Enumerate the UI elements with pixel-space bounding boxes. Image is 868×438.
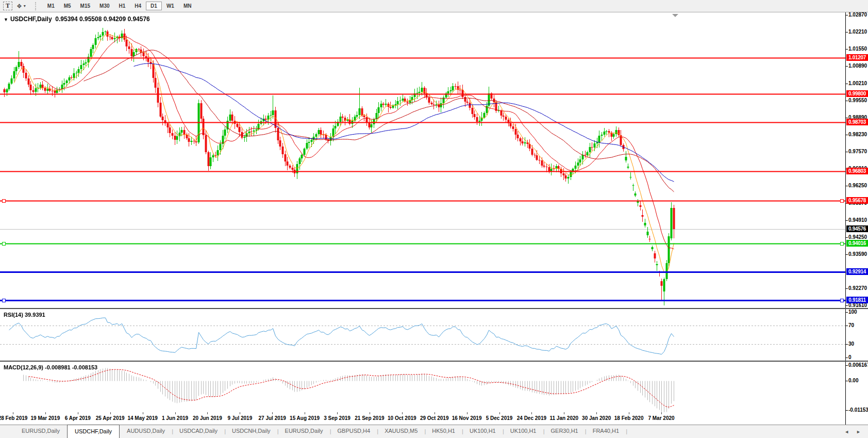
- price-tick-label: 0.97570: [848, 149, 867, 154]
- macd-axis: 0.0061670.00-0.011531: [845, 362, 868, 412]
- tick-mark: [846, 381, 848, 381]
- date-tick-label: 25 Apr 2019: [96, 415, 125, 421]
- date-tick-label: 11 Jan 2020: [549, 415, 578, 421]
- rsi-tick-label: 70: [848, 322, 854, 328]
- chevron-down-icon: ▾: [24, 4, 26, 8]
- timeframe-d1-button[interactable]: D1: [146, 2, 162, 10]
- scroll-tabs-left-icon[interactable]: ◄: [844, 429, 849, 434]
- macd-values: -0.008981 -0.008153: [45, 364, 97, 370]
- tab-scrollers: ◄ ►: [844, 425, 868, 438]
- date-tick-mark: [629, 412, 629, 414]
- chart-tab-gbpusd-h4[interactable]: GBPUSD,H4|: [330, 425, 378, 438]
- date-tick-label: 1 Jun 2019: [162, 415, 188, 421]
- rsi-canvas[interactable]: [0, 309, 845, 361]
- date-tick-label: 30 Jan 2020: [582, 415, 611, 421]
- timeframe-w1-button[interactable]: W1: [162, 2, 179, 10]
- date-tick-mark: [467, 412, 468, 414]
- date-tick-mark: [13, 412, 13, 414]
- price-level-chip: 0.96803: [846, 168, 868, 174]
- price-tick-label: 1.02870: [848, 12, 867, 18]
- date-tick-label: 20 Jun 2019: [193, 415, 222, 421]
- chart-tab-usdcnh-daily[interactable]: USDCNH,Daily|: [225, 425, 278, 438]
- timeframe-h4-button[interactable]: H4: [130, 2, 146, 10]
- macd-name: MACD(12,26,9): [4, 364, 43, 370]
- date-tick-mark: [207, 412, 208, 414]
- date-tick-label: 7 Mar 2020: [648, 415, 674, 421]
- date-tick-label: 9 Jul 2019: [227, 415, 252, 421]
- price-tick-label: 0.99550: [848, 98, 867, 103]
- timeframe-mn-button[interactable]: MN: [179, 2, 196, 10]
- date-tick-mark: [370, 412, 370, 414]
- tick-mark: [846, 305, 848, 306]
- date-tick-mark: [531, 412, 532, 414]
- date-tick-label: 14 May 2019: [127, 415, 157, 421]
- timeframe-h1-button[interactable]: H1: [114, 2, 130, 10]
- date-tick-label: 16 Nov 2019: [452, 415, 482, 421]
- date-tick-mark: [110, 412, 111, 414]
- date-tick-mark: [143, 412, 143, 414]
- price-level-chip: 0.92914: [846, 268, 868, 275]
- chart-tab-usdchf-daily[interactable]: USDCHF,Daily: [67, 425, 120, 438]
- chart-tab-ger30-h1[interactable]: GER30,H1|: [544, 425, 586, 438]
- date-tick-mark: [499, 412, 500, 414]
- date-tick-mark: [564, 412, 564, 414]
- rsi-label: RSI(14) 39.9391: [4, 312, 45, 318]
- price-level-chip: 0.91811: [846, 297, 868, 303]
- date-tick-mark: [402, 412, 403, 414]
- tick-mark: [846, 32, 848, 33]
- chart-tab-usdcad-daily[interactable]: USDCAD,Daily|: [172, 425, 225, 438]
- axis-corner-line: [845, 412, 846, 425]
- price-tick-label: 0.98230: [848, 132, 867, 137]
- date-tick-label: 19 Mar 2019: [31, 415, 60, 421]
- timeframe-m1-button[interactable]: M1: [43, 2, 59, 10]
- rsi-tick-label: 100: [848, 309, 857, 315]
- mt4-window: { "toolbar": { "text_tool_label": "T", "…: [0, 0, 868, 438]
- main-chart-canvas[interactable]: [0, 12, 845, 308]
- tick-mark: [846, 254, 848, 255]
- timeframe-m5-button[interactable]: M5: [59, 2, 76, 10]
- price-level-chip: 1.01207: [846, 54, 868, 61]
- date-tick-label: 21 Sep 2019: [355, 415, 384, 421]
- tab-separator: |: [626, 428, 627, 434]
- tick-mark: [846, 344, 848, 345]
- price-tick-label: 0.94250: [848, 234, 867, 240]
- timeframe-m30-button[interactable]: M30: [95, 2, 114, 10]
- toolbar: T ❖ ▾ M1M5M15M30H1H4D1W1MN: [0, 0, 868, 12]
- rsi-value: 39.9391: [25, 312, 45, 318]
- chart-tab-eurusd-daily[interactable]: EURUSD,Daily: [14, 425, 67, 438]
- scroll-tabs-right-icon[interactable]: ►: [856, 429, 861, 434]
- tick-mark: [846, 410, 848, 411]
- date-tick-mark: [45, 412, 46, 414]
- chart-tab-hk50-h1[interactable]: HK50,H1|: [425, 425, 462, 438]
- rsi-panel: RSI(14) 39.9391 10070300: [0, 309, 868, 362]
- date-tick-mark: [272, 412, 273, 414]
- chart-tab-xauusd-m5[interactable]: XAUUSD,M5|: [377, 425, 425, 438]
- chart-tab-audusd-daily[interactable]: AUDUSD,Daily|: [120, 425, 172, 438]
- date-tick-label: 28 Feb 2019: [0, 415, 27, 421]
- chart-tab-uk100-h1[interactable]: UK100,H1|: [503, 425, 544, 438]
- timeframe-m15-button[interactable]: M15: [76, 2, 95, 10]
- collapse-triangle-icon[interactable]: ▼: [4, 17, 8, 22]
- tab-bar-spacer: [0, 425, 14, 438]
- price-tick-label: 1.02210: [848, 29, 867, 35]
- tick-mark: [846, 326, 848, 326]
- date-tick-mark: [596, 412, 597, 414]
- chart-title: ▼USDCHF,Daily 0.95394 0.95508 0.94209 0.…: [4, 15, 150, 23]
- date-tick-label: 29 Oct 2019: [420, 415, 449, 421]
- chart-symbol-label: USDCHF,Daily: [10, 15, 52, 23]
- chart-tab-eurusd-daily[interactable]: EURUSD,Daily|: [278, 425, 330, 438]
- arrange-windows-button[interactable]: ❖ ▾: [13, 2, 29, 10]
- macd-canvas[interactable]: [0, 362, 845, 412]
- price-tick-label: 0.92270: [848, 285, 867, 291]
- rsi-axis: 10070300: [845, 309, 868, 361]
- macd-label: MACD(12,26,9) -0.008981 -0.008153: [4, 364, 97, 370]
- chart-tab-uk100-h1[interactable]: UK100,H1|: [462, 425, 503, 438]
- tick-mark: [846, 186, 848, 186]
- date-tick-mark: [661, 412, 662, 414]
- date-tick-mark: [240, 412, 240, 414]
- tick-mark: [846, 237, 848, 238]
- tick-mark: [846, 49, 848, 50]
- chart-tab-fra40-h1[interactable]: FRA40,H1|: [586, 425, 626, 438]
- text-tool-button[interactable]: T: [3, 2, 12, 10]
- arrange-icon: ❖: [16, 3, 22, 10]
